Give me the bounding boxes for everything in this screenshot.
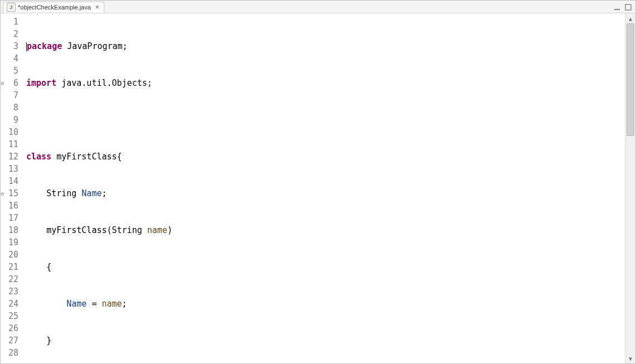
line-number: 3: [3, 40, 18, 52]
code-line: String Name;: [26, 187, 625, 200]
code-editor[interactable]: 1 2 3 4 5 ⊖6 7 8 9 10 11 12 13 14 ⊖15 16…: [1, 13, 625, 363]
line-number: 19: [3, 236, 18, 249]
line-number: ⊖15: [3, 187, 18, 200]
line-number: 25: [3, 310, 18, 322]
line-number: 9: [3, 114, 18, 126]
code-line: package JavaProgram;: [26, 40, 625, 52]
code-line: [26, 114, 625, 126]
tab-filename: *objectCheckExample.java: [18, 4, 91, 11]
line-number: 5: [3, 65, 18, 77]
code-line: myFirstClass(String name): [26, 224, 625, 236]
line-number: 18: [3, 224, 18, 236]
line-number: 21: [3, 261, 18, 273]
line-number: 16: [3, 200, 18, 212]
line-number: 20: [3, 249, 18, 261]
line-number: 17: [3, 212, 18, 224]
minimize-icon[interactable]: [613, 3, 621, 11]
tab-close-icon[interactable]: ×: [95, 3, 99, 11]
editor-window: J *objectCheckExample.java × 1 2 3 4 5 ⊖…: [0, 0, 636, 364]
line-number: ⊖6: [3, 77, 18, 89]
line-number: 23: [3, 285, 18, 298]
vertical-scrollbar[interactable]: ▲ ▼: [625, 13, 635, 363]
line-number: 4: [3, 52, 18, 65]
line-number: 7: [3, 89, 18, 101]
code-line: import java.util.Objects;: [26, 77, 625, 89]
line-number: 24: [3, 298, 18, 310]
line-number: 11: [3, 138, 18, 151]
line-number: 2: [3, 28, 18, 40]
svg-rect-0: [614, 9, 620, 10]
line-number: 1: [3, 16, 18, 28]
line-number: 27: [3, 334, 18, 347]
scroll-thumb[interactable]: [627, 23, 634, 136]
tab-area: J *objectCheckExample.java ×: [3, 1, 104, 12]
window-controls: [613, 3, 633, 11]
code-area[interactable]: package JavaProgram; import java.util.Ob…: [23, 13, 625, 363]
code-line: }: [26, 334, 625, 347]
maximize-icon[interactable]: [624, 3, 632, 11]
code-line: {: [26, 261, 625, 273]
line-number: 28: [3, 347, 18, 359]
scroll-up-icon[interactable]: ▲: [625, 13, 635, 23]
tab-bar: J *objectCheckExample.java ×: [1, 1, 635, 13]
line-number: 12: [3, 151, 18, 163]
line-number: 8: [3, 101, 18, 114]
code-line: class myFirstClass{: [26, 151, 625, 163]
line-number: 26: [3, 322, 18, 334]
code-line: Name = name;: [26, 298, 625, 310]
line-number: 14: [3, 175, 18, 187]
svg-rect-1: [625, 4, 631, 10]
line-number-gutter: 1 2 3 4 5 ⊖6 7 8 9 10 11 12 13 14 ⊖15 16…: [1, 13, 23, 363]
java-file-icon: J: [7, 3, 16, 12]
line-number: 13: [3, 163, 18, 175]
scroll-down-icon[interactable]: ▼: [625, 353, 635, 363]
editor-tab[interactable]: J *objectCheckExample.java ×: [3, 2, 104, 13]
scroll-track[interactable]: [625, 23, 635, 353]
line-number: 10: [3, 126, 18, 138]
editor-body: 1 2 3 4 5 ⊖6 7 8 9 10 11 12 13 14 ⊖15 16…: [1, 13, 635, 363]
line-number: 22: [3, 273, 18, 285]
